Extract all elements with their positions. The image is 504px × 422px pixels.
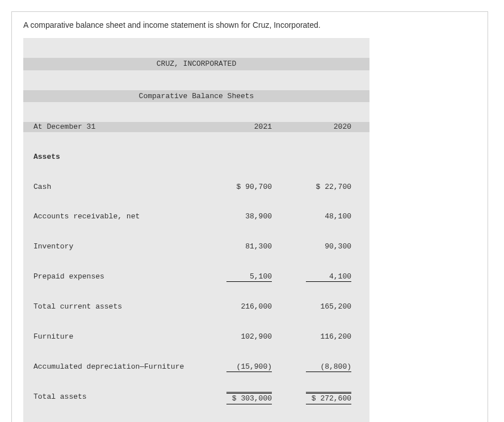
intro-text: A comparative balance sheet and income s… (23, 20, 476, 29)
row-tca: Total current assets216,000165,200 (23, 302, 369, 312)
bs-title: Comparative Balance Sheets (23, 90, 369, 103)
year-2020: 2020 (283, 122, 363, 132)
row-ar: Accounts receivable, net38,90048,100 (23, 212, 369, 222)
row-inventory: Inventory81,30090,300 (23, 242, 369, 252)
bs-year-header: At December 31 2021 2020 (23, 122, 369, 132)
bs-company: CRUZ, INCORPORATED (23, 58, 369, 70)
problem-container: A comparative balance sheet and income s… (11, 11, 488, 422)
date-label: At December 31 (23, 122, 204, 132)
row-total-assets: Total assets$ 303,000$ 272,600 (23, 392, 369, 404)
row-furniture: Furniture102,900116,200 (23, 332, 369, 342)
row-prepaid: Prepaid expenses5,1004,100 (23, 272, 369, 282)
row-accum-dep: Accumulated depreciation—Furniture(15,90… (23, 362, 369, 373)
balance-sheet: CRUZ, INCORPORATED Comparative Balance S… (23, 38, 369, 422)
year-2021: 2021 (204, 122, 283, 132)
assets-header: Assets (23, 152, 369, 162)
row-cash: Cash$ 90,700$ 22,700 (23, 182, 369, 192)
